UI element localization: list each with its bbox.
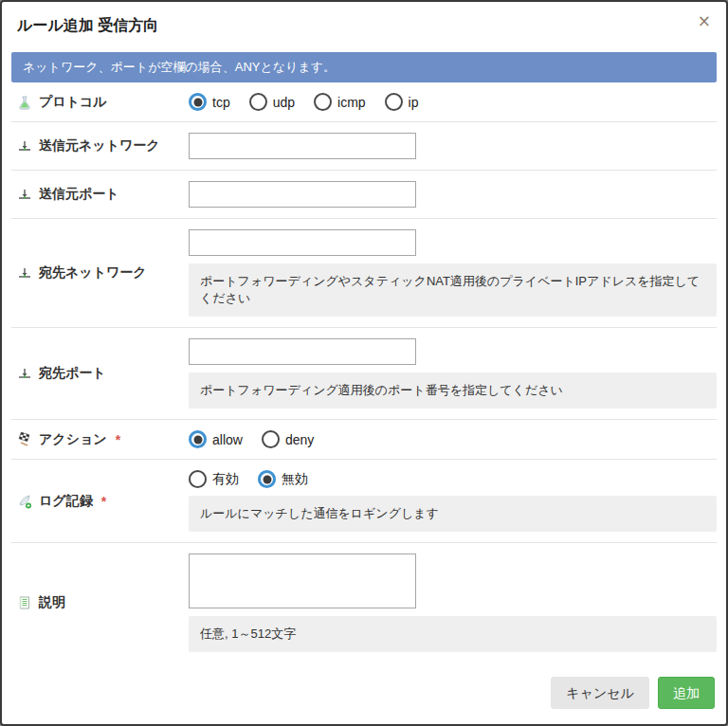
dialog-footer: キャンセル 追加 [2, 662, 726, 720]
row-action: アクション* allow deny [11, 420, 717, 460]
add-rule-dialog: ルール追加 受信方向 × ネットワーク、ポートが空欄の場合、ANYとなります。 … [0, 0, 728, 726]
dialog-header: ルール追加 受信方向 × [2, 2, 726, 48]
radio-circle[interactable] [189, 93, 207, 111]
radio-udp[interactable]: udp [249, 93, 295, 111]
destination-port-help: ポートフォワーディング適用後のポート番号を指定してください [189, 372, 717, 408]
protocol-radio-group: tcp udp icmp ip [189, 93, 717, 111]
cancel-button[interactable]: キャンセル [551, 677, 649, 709]
dialog-title: ルール追加 受信方向 [17, 16, 711, 36]
radio-circle[interactable] [262, 430, 280, 448]
row-log: ログ記録* 有効 無効 ルールにマッチした通信をロギングします [11, 460, 717, 543]
arrow-import-icon [17, 187, 32, 202]
radio-circle[interactable] [314, 93, 332, 111]
radio-allow[interactable]: allow [189, 430, 243, 448]
radio-log-disabled[interactable]: 無効 [258, 470, 308, 488]
log-help: ルールにマッチした通信をロギングします [189, 496, 717, 532]
notepad-icon [17, 595, 32, 610]
radio-tcp[interactable]: tcp [189, 93, 230, 111]
description-textarea[interactable] [189, 554, 416, 608]
row-description: 説明 任意, 1～512文字 [11, 543, 717, 662]
arrow-import-icon [17, 138, 32, 154]
info-banner: ネットワーク、ポートが空欄の場合、ANYとなります。 [11, 52, 717, 82]
row-destination-network: 宛先ネットワーク ポートフォワーディングやスタティックNAT適用後のプライベート… [11, 219, 717, 328]
radio-deny[interactable]: deny [262, 430, 314, 448]
source-network-input[interactable] [189, 133, 416, 159]
log-radio-group: 有効 無効 [189, 470, 717, 488]
source-port-label: 送信元ポート [39, 186, 119, 203]
checkered-flag-icon [17, 432, 32, 447]
feather-plus-icon [17, 494, 32, 509]
required-asterisk: * [101, 494, 106, 509]
radio-circle[interactable] [385, 93, 403, 111]
required-asterisk: * [116, 432, 120, 447]
log-label: ログ記録 [39, 493, 93, 510]
arrow-import-icon [17, 265, 32, 281]
row-destination-port: 宛先ポート ポートフォワーディング適用後のポート番号を指定してください [11, 328, 717, 420]
destination-network-input[interactable] [189, 229, 416, 256]
close-icon[interactable]: × [694, 9, 715, 33]
radio-icmp[interactable]: icmp [314, 93, 366, 111]
destination-port-label: 宛先ポート [39, 365, 106, 382]
row-source-network: 送信元ネットワーク [11, 122, 717, 171]
destination-network-help: ポートフォワーディングやスタティックNAT適用後のプライベートIPアドレスを指定… [189, 263, 717, 317]
radio-ip[interactable]: ip [385, 93, 419, 111]
destination-network-label: 宛先ネットワーク [39, 264, 147, 281]
row-protocol: プロトコル tcp udp icmp [11, 82, 717, 122]
source-port-input[interactable] [189, 181, 416, 208]
source-network-label: 送信元ネットワーク [39, 137, 160, 154]
arrow-import-icon [17, 366, 32, 381]
description-help: 任意, 1～512文字 [189, 616, 717, 652]
radio-circle[interactable] [249, 93, 267, 111]
action-label: アクション [39, 431, 107, 448]
rule-form: プロトコル tcp udp icmp [2, 82, 726, 662]
radio-circle[interactable] [189, 430, 207, 448]
destination-port-input[interactable] [189, 338, 416, 365]
flask-icon [17, 95, 32, 110]
add-button[interactable]: 追加 [658, 677, 715, 709]
action-radio-group: allow deny [189, 430, 717, 448]
radio-circle[interactable] [258, 470, 276, 488]
description-label: 説明 [39, 594, 65, 611]
radio-circle[interactable] [189, 470, 207, 488]
protocol-label: プロトコル [39, 94, 107, 111]
radio-log-enabled[interactable]: 有効 [189, 470, 239, 488]
row-source-port: 送信元ポート [11, 171, 717, 219]
